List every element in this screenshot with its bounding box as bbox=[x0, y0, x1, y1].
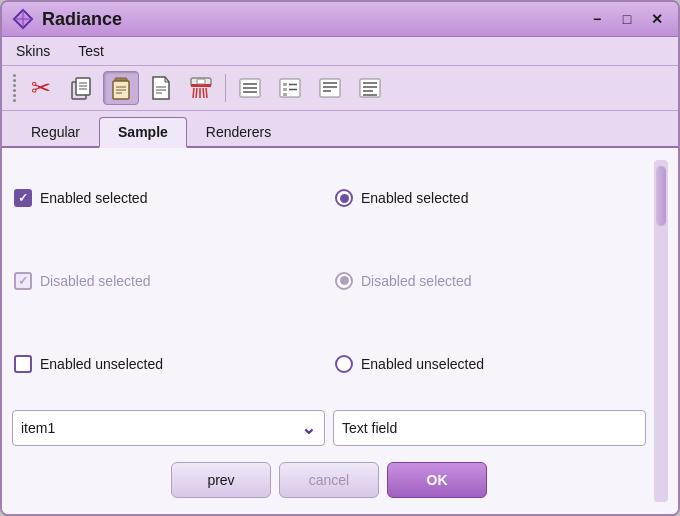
tab-regular[interactable]: Regular bbox=[12, 117, 99, 146]
ok-label: OK bbox=[427, 472, 448, 488]
toolbar-paste-button[interactable] bbox=[103, 71, 139, 105]
controls-grid: Enabled selected Enabled selected Disabl… bbox=[12, 160, 646, 402]
content-area: Enabled selected Enabled selected Disabl… bbox=[2, 148, 678, 514]
toolbar-shredder-button[interactable] bbox=[183, 71, 219, 105]
cancel-button: cancel bbox=[279, 462, 379, 498]
toolbar-lines2-button[interactable] bbox=[272, 71, 308, 105]
toolbar-lines1-button[interactable] bbox=[232, 71, 268, 105]
menu-test[interactable]: Test bbox=[72, 41, 110, 61]
radio-enabled-unselected-row: Enabled unselected bbox=[333, 325, 646, 402]
prev-label: prev bbox=[207, 472, 234, 488]
main-window: Radiance − □ ✕ Skins Test ✂ bbox=[0, 0, 680, 516]
main-panel: Enabled selected Enabled selected Disabl… bbox=[12, 160, 646, 502]
checkbox-disabled-selected-label: Disabled selected bbox=[40, 273, 151, 289]
svg-rect-32 bbox=[283, 83, 287, 86]
svg-rect-34 bbox=[283, 88, 287, 91]
svg-rect-37 bbox=[320, 79, 340, 97]
scrollbar[interactable] bbox=[654, 160, 668, 502]
text-field[interactable] bbox=[333, 410, 646, 446]
window-title: Radiance bbox=[42, 9, 122, 30]
lines1-icon bbox=[236, 74, 264, 102]
lines4-icon bbox=[356, 74, 384, 102]
scissors-icon: ✂ bbox=[31, 74, 51, 102]
svg-line-24 bbox=[203, 88, 204, 98]
checkbox-enabled-unselected-row: Enabled unselected bbox=[12, 325, 325, 402]
checkbox-enabled-unselected[interactable] bbox=[14, 355, 32, 373]
dropdown-arrow-icon: ⌄ bbox=[301, 417, 316, 439]
checkbox-enabled-selected[interactable] bbox=[14, 189, 32, 207]
svg-rect-36 bbox=[283, 93, 287, 96]
input-row: item1 ⌄ bbox=[12, 410, 646, 446]
radio-enabled-unselected-label: Enabled unselected bbox=[361, 356, 484, 372]
radio-disabled-selected bbox=[335, 272, 353, 290]
svg-line-25 bbox=[206, 88, 207, 98]
radio-enabled-selected-label: Enabled selected bbox=[361, 190, 468, 206]
svg-line-22 bbox=[196, 88, 197, 98]
toolbar-grip bbox=[10, 70, 19, 106]
checkbox-disabled-selected-row: Disabled selected bbox=[12, 243, 325, 320]
paste-icon bbox=[107, 74, 135, 102]
svg-line-21 bbox=[193, 88, 194, 98]
buttons-row: prev cancel OK bbox=[12, 454, 646, 502]
ok-button[interactable]: OK bbox=[387, 462, 487, 498]
toolbar-separator bbox=[225, 74, 226, 102]
toolbar-lines3-button[interactable] bbox=[312, 71, 348, 105]
toolbar-document-button[interactable] bbox=[143, 71, 179, 105]
checkbox-enabled-selected-label: Enabled selected bbox=[40, 190, 147, 206]
copy-icon bbox=[67, 74, 95, 102]
radio-enabled-selected-row: Enabled selected bbox=[333, 160, 646, 237]
dropdown[interactable]: item1 ⌄ bbox=[12, 410, 325, 446]
scrollbar-thumb[interactable] bbox=[656, 166, 666, 226]
title-controls: − □ ✕ bbox=[586, 8, 668, 30]
toolbar: ✂ bbox=[2, 66, 678, 111]
svg-marker-15 bbox=[165, 77, 169, 82]
radio-disabled-selected-label: Disabled selected bbox=[361, 273, 472, 289]
dropdown-value: item1 bbox=[21, 420, 55, 436]
toolbar-scissors-button[interactable]: ✂ bbox=[23, 71, 59, 105]
shredder-icon bbox=[187, 74, 215, 102]
close-button[interactable]: ✕ bbox=[646, 8, 668, 30]
tabs-bar: Regular Sample Renderers bbox=[2, 111, 678, 148]
lines2-icon bbox=[276, 74, 304, 102]
title-left: Radiance bbox=[12, 8, 122, 30]
menu-skins[interactable]: Skins bbox=[10, 41, 56, 61]
checkbox-enabled-selected-row: Enabled selected bbox=[12, 160, 325, 237]
app-icon bbox=[12, 8, 34, 30]
menu-bar: Skins Test bbox=[2, 37, 678, 66]
radio-disabled-selected-row: Disabled selected bbox=[333, 243, 646, 320]
checkbox-disabled-selected bbox=[14, 272, 32, 290]
title-bar: Radiance − □ ✕ bbox=[2, 2, 678, 37]
document-icon bbox=[147, 74, 175, 102]
radio-enabled-unselected[interactable] bbox=[335, 355, 353, 373]
maximize-button[interactable]: □ bbox=[616, 8, 638, 30]
tab-sample[interactable]: Sample bbox=[99, 117, 187, 148]
prev-button[interactable]: prev bbox=[171, 462, 271, 498]
svg-rect-26 bbox=[197, 79, 205, 84]
toolbar-lines4-button[interactable] bbox=[352, 71, 388, 105]
minimize-button[interactable]: − bbox=[586, 8, 608, 30]
lines3-icon bbox=[316, 74, 344, 102]
checkbox-enabled-unselected-label: Enabled unselected bbox=[40, 356, 163, 372]
tab-renderers[interactable]: Renderers bbox=[187, 117, 290, 146]
toolbar-copy-button[interactable] bbox=[63, 71, 99, 105]
radio-enabled-selected[interactable] bbox=[335, 189, 353, 207]
cancel-label: cancel bbox=[309, 472, 349, 488]
